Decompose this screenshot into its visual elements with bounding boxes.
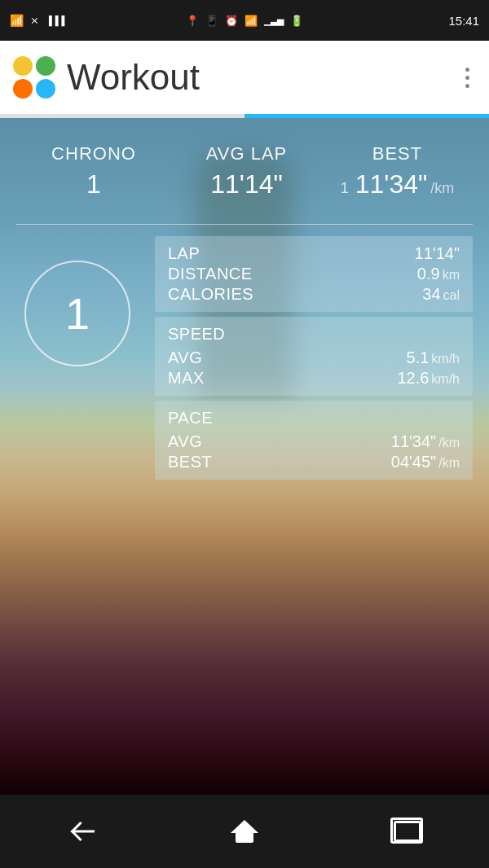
- wifi-icon: 📶: [244, 15, 258, 27]
- avglap-value: 11'14": [210, 169, 283, 199]
- home-button[interactable]: [212, 811, 277, 852]
- logo-circle-yellow: [13, 56, 33, 76]
- speed-max-number: 12.6: [397, 369, 429, 387]
- app-title: Workout: [67, 57, 459, 98]
- status-icons-left: 📶 ⨯ ▐▐▐: [10, 14, 64, 27]
- network-icon: ▁▃▅: [264, 15, 284, 26]
- main-content: CHRONO 1 AVG LAP 11'14" BEST 1 11'34" /k…: [0, 118, 489, 795]
- avglap-label: AVG LAP: [206, 143, 288, 164]
- stats-divider: [16, 224, 473, 225]
- lap-row: LAP 11'14": [168, 244, 460, 263]
- recents-button[interactable]: [375, 811, 440, 852]
- overflow-menu-button[interactable]: [459, 61, 476, 94]
- pace-avg-number: 11'34": [391, 432, 436, 450]
- speed-avg-label: AVG: [168, 349, 202, 367]
- calories-row: CALORIES 34cal: [168, 285, 460, 304]
- nav-bar: [0, 795, 489, 868]
- menu-dot-1: [465, 68, 469, 72]
- distance-label: DISTANCE: [168, 265, 253, 283]
- distance-unit: km: [443, 268, 460, 282]
- menu-dot-2: [465, 76, 469, 80]
- chrono-value: 1: [86, 169, 101, 199]
- speed-avg-value: 5.1km/h: [407, 349, 460, 367]
- app-bar: Workout: [0, 41, 489, 114]
- pace-avg-unit: /km: [438, 436, 460, 449]
- calories-unit: cal: [443, 288, 460, 302]
- logo-circle-blue: [36, 79, 55, 99]
- time-display: 15:41: [448, 14, 479, 28]
- speed-title: SPEED: [168, 325, 460, 344]
- pace-best-row: BEST 04'45"/km: [168, 453, 460, 471]
- best-value-row: 1 11'34" /km: [341, 169, 455, 199]
- pace-avg-value: 11'34"/km: [391, 432, 460, 451]
- logo-circle-green: [36, 56, 55, 76]
- menu-dot-3: [465, 84, 469, 88]
- chrono-label: CHRONO: [51, 143, 136, 164]
- pace-avg-label: AVG: [168, 432, 202, 451]
- status-bar: 📶 ⨯ ▐▐▐ 📍 📱 ⏰ 📶 ▁▃▅ 🔋 15:41: [0, 0, 489, 41]
- calories-label: CALORIES: [168, 285, 253, 304]
- best-unit: /km: [430, 180, 454, 197]
- location-icon: 📍: [186, 15, 199, 27]
- lap-number: 1: [65, 288, 90, 339]
- bluetooth-icon: 📶: [10, 14, 24, 27]
- best-label: BEST: [372, 143, 422, 164]
- pace-best-unit: /km: [438, 456, 460, 470]
- speed-max-value: 12.6km/h: [397, 369, 460, 388]
- lap-circle: 1: [24, 261, 130, 366]
- signal-bars-icon: ▐▐▐: [46, 15, 64, 25]
- distance-number: 0.9: [417, 265, 440, 283]
- speed-max-unit: km/h: [431, 372, 460, 386]
- back-button[interactable]: [49, 811, 114, 852]
- alarm-icon: ⏰: [225, 15, 238, 27]
- pace-avg-row: AVG 11'34"/km: [168, 432, 460, 451]
- home-icon: [232, 820, 257, 843]
- recents-icon: [394, 821, 421, 842]
- best-value: 11'34": [355, 169, 428, 199]
- lap-label: LAP: [168, 244, 200, 263]
- logo-circle-orange: [13, 79, 33, 99]
- avglap-column: AVG LAP 11'14": [171, 143, 322, 199]
- pace-best-value: 04'45"/km: [391, 453, 460, 471]
- speed-max-row: MAX 12.6km/h: [168, 369, 460, 388]
- tab-indicator: [0, 114, 489, 118]
- distance-value: 0.9km: [417, 265, 460, 283]
- calories-value: 34cal: [422, 285, 460, 304]
- stats-cards: LAP 11'14" DISTANCE 0.9km CALORIES 34cal…: [155, 236, 473, 480]
- wifi-off-icon: ⨯: [30, 15, 39, 27]
- status-time: 15:41: [448, 14, 479, 28]
- stats-header: CHRONO 1 AVG LAP 11'14" BEST 1 11'34" /k…: [0, 118, 489, 224]
- chrono-column: CHRONO 1: [16, 143, 171, 199]
- best-super: 1: [341, 180, 349, 197]
- calories-number: 34: [422, 285, 440, 303]
- lap-value: 11'14": [415, 244, 460, 263]
- back-arrow-icon: [67, 822, 96, 840]
- distance-row: DISTANCE 0.9km: [168, 265, 460, 283]
- pace-best-label: BEST: [168, 453, 212, 471]
- speed-stats-card: SPEED AVG 5.1km/h MAX 12.6km/h: [155, 317, 473, 396]
- speed-avg-unit: km/h: [431, 352, 460, 366]
- pace-stats-card: PACE AVG 11'34"/km BEST 04'45"/km: [155, 401, 473, 480]
- app-logo: [13, 56, 55, 99]
- battery-icon: 🔋: [290, 15, 303, 27]
- bluetooth2-icon: 📱: [205, 15, 218, 27]
- pace-best-number: 04'45": [391, 453, 436, 471]
- pace-title: PACE: [168, 409, 460, 427]
- lap-stats-card: LAP 11'14" DISTANCE 0.9km CALORIES 34cal: [155, 236, 473, 312]
- speed-avg-number: 5.1: [407, 349, 430, 366]
- speed-max-label: MAX: [168, 369, 205, 388]
- best-column: BEST 1 11'34" /km: [322, 143, 473, 199]
- speed-avg-row: AVG 5.1km/h: [168, 349, 460, 367]
